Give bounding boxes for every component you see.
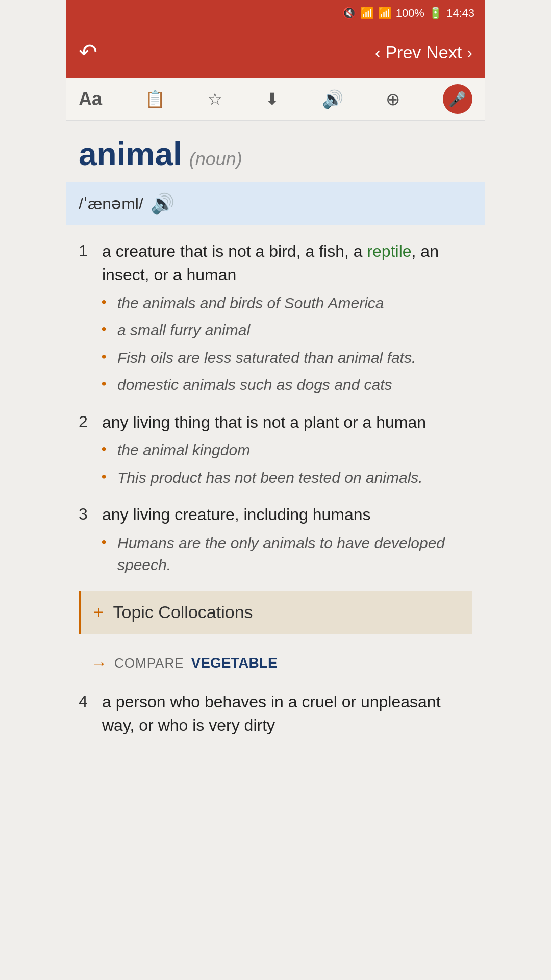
def-4-number: 4	[79, 692, 93, 711]
font-size-icon[interactable]: Aa	[79, 88, 102, 110]
def-1-number: 1	[79, 241, 93, 260]
battery-label: 100%	[396, 7, 424, 20]
example-item: • Fish oils are less saturated than anim…	[101, 347, 472, 369]
definition-4: 4 a person who behaves in a cruel or unp…	[66, 690, 485, 758]
bullet-icon: •	[101, 348, 110, 366]
bullet-icon: •	[101, 468, 110, 486]
definitions-section: 1 a creature that is not a bird, a fish,…	[66, 234, 485, 690]
bullet-icon: •	[101, 440, 110, 459]
definition-3: 3 any living creature, including humans …	[79, 503, 472, 576]
example-item: • the animal kingdom	[101, 439, 472, 461]
def-3-text: any living creature, including humans	[102, 503, 371, 526]
back-button[interactable]: ↶	[79, 39, 97, 65]
word-header: animal(noun)	[66, 121, 485, 182]
pronunciation-bar: /ˈænəml/ 🔊	[66, 182, 485, 225]
reptile-link[interactable]: reptile	[367, 242, 411, 260]
bullet-icon: •	[101, 533, 110, 552]
compare-section: → COMPARE VEGETABLE	[79, 647, 472, 680]
arrow-icon: →	[91, 654, 107, 673]
example-text: Humans are the only animals to have deve…	[117, 532, 472, 576]
bullet-icon: •	[101, 375, 110, 394]
def-3-row: 3 any living creature, including humans	[79, 503, 472, 526]
compare-link[interactable]: VEGETABLE	[191, 655, 278, 671]
add-icon[interactable]: ⊕	[386, 89, 400, 109]
star-icon[interactable]: ☆	[208, 89, 222, 109]
def-2-row: 2 any living thing that is not a plant o…	[79, 410, 472, 434]
def-1-text: a creature that is not a bird, a fish, a…	[102, 239, 472, 287]
example-text: a small furry animal	[117, 319, 250, 341]
speaker-icon[interactable]: 🔊	[322, 89, 343, 109]
def-4-row: 4 a person who behaves in a cruel or unp…	[79, 690, 472, 738]
signal-icon: 📶	[378, 7, 392, 20]
word-title: animal	[79, 136, 182, 173]
bullet-icon: •	[101, 293, 110, 312]
mute-icon: 🔇	[342, 7, 356, 20]
def-1-examples: • the animals and birds of South America…	[101, 292, 472, 396]
compare-label: COMPARE	[114, 655, 184, 671]
nav-bar: ↶ ‹ Prev Next ›	[66, 27, 485, 78]
example-text: the animals and birds of South America	[117, 292, 384, 314]
plus-icon: +	[93, 602, 104, 623]
mic-button[interactable]: 🎤	[443, 84, 472, 114]
def-3-examples: • Humans are the only animals to have de…	[101, 532, 472, 576]
def-3-number: 3	[79, 505, 93, 524]
example-item: • This product has not been tested on an…	[101, 467, 472, 489]
pronunciation-sound-icon[interactable]: 🔊	[151, 192, 174, 215]
example-item: • a small furry animal	[101, 319, 472, 341]
example-text: Fish oils are less saturated than animal…	[117, 347, 416, 369]
download-icon[interactable]: ⬇	[265, 89, 279, 109]
next-button[interactable]: Next ›	[426, 42, 472, 62]
word-pos: (noun)	[189, 149, 242, 169]
example-text: domestic animals such as dogs and cats	[117, 374, 392, 396]
definition-2: 2 any living thing that is not a plant o…	[79, 410, 472, 488]
copy-icon[interactable]: 📋	[145, 89, 165, 109]
topic-collocations-button[interactable]: + Topic Collocations	[79, 591, 472, 634]
battery-icon: 🔋	[429, 7, 442, 20]
toolbar: Aa 📋 ☆ ⬇ 🔊 ⊕ 🎤	[66, 78, 485, 121]
def-2-number: 2	[79, 412, 93, 431]
example-text: This product has not been tested on anim…	[117, 467, 423, 489]
example-text: the animal kingdom	[117, 439, 250, 461]
example-item: • domestic animals such as dogs and cats	[101, 374, 472, 396]
phonetic-text: /ˈænəml/	[79, 194, 143, 213]
definition-1: 1 a creature that is not a bird, a fish,…	[79, 239, 472, 396]
example-item: • the animals and birds of South America	[101, 292, 472, 314]
prev-button[interactable]: ‹ Prev	[375, 42, 421, 62]
bullet-icon: •	[101, 320, 110, 339]
example-item: • Humans are the only animals to have de…	[101, 532, 472, 576]
nav-right: ‹ Prev Next ›	[375, 42, 472, 62]
def-2-text: any living thing that is not a plant or …	[102, 410, 426, 434]
def-2-examples: • the animal kingdom • This product has …	[101, 439, 472, 488]
time-label: 14:43	[446, 7, 474, 20]
topic-collocations-label: Topic Collocations	[113, 602, 253, 622]
def-1-row: 1 a creature that is not a bird, a fish,…	[79, 239, 472, 287]
def-4-text: a person who behaves in a cruel or unple…	[102, 690, 472, 738]
wifi-icon: 📶	[360, 7, 374, 20]
status-bar: 🔇 📶 📶 100% 🔋 14:43	[66, 0, 485, 27]
status-icons: 🔇 📶 📶 100% 🔋 14:43	[342, 7, 474, 20]
